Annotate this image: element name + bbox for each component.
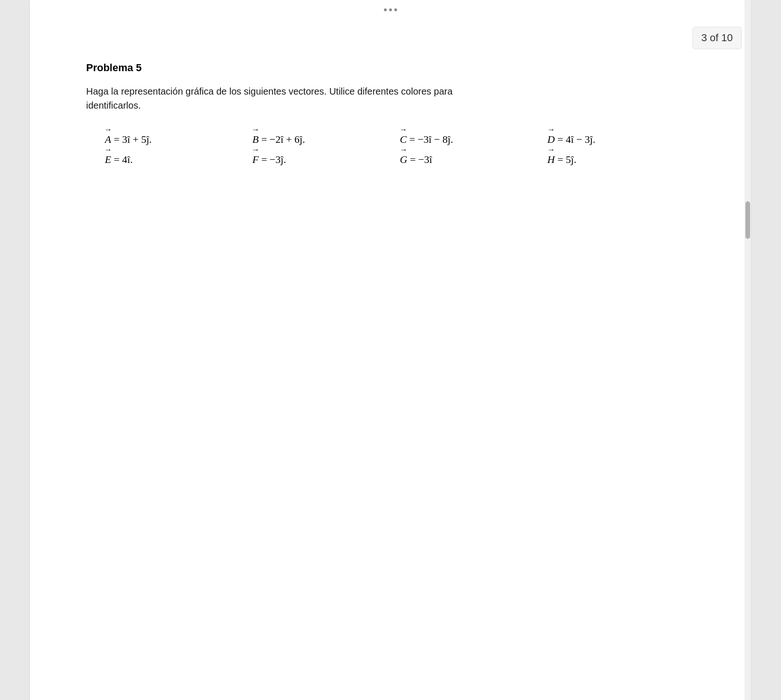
vector-b-value: = −2î + 6ĵ. <box>261 133 305 145</box>
document-page: 3 of 10 Problema 5 Haga la representació… <box>30 0 751 700</box>
vector-a-value: = 3î + 5ĵ. <box>114 133 152 145</box>
dot-2 <box>389 8 392 11</box>
vector-d-value: = 4î − 3ĵ. <box>557 133 595 145</box>
vector-b-row: B = −2î + 6ĵ. <box>252 131 305 147</box>
vectors-grid: A = 3î + 5ĵ. E = 4î. <box>105 131 695 168</box>
vector-f-value: = −3ĵ. <box>261 154 286 165</box>
scrollbar-track[interactable] <box>744 0 751 700</box>
page-indicator: 3 of 10 <box>693 27 742 49</box>
vector-g-row: G = −3î <box>400 151 432 168</box>
top-dots-menu[interactable] <box>30 0 751 15</box>
dot-1 <box>384 8 387 11</box>
vector-g-symbol: G <box>400 151 407 168</box>
vector-a-row: A = 3î + 5ĵ. <box>105 131 152 147</box>
vector-column-3: C = −3î − 8ĵ. G = −3î <box>400 131 547 168</box>
content-area: Problema 5 Haga la representación gráfic… <box>30 15 751 196</box>
scrollbar-thumb[interactable] <box>745 201 750 239</box>
vector-e-value: = 4î. <box>114 154 133 165</box>
vector-column-1: A = 3î + 5ĵ. E = 4î. <box>105 131 252 168</box>
vector-f-row: F = −3ĵ. <box>252 151 286 168</box>
vector-h-value: = 5ĵ. <box>557 154 576 165</box>
vector-column-2: B = −2î + 6ĵ. F = −3ĵ. <box>252 131 400 168</box>
vector-h-row: H = 5ĵ. <box>547 151 576 168</box>
vector-f-symbol: F <box>252 151 258 168</box>
vector-e-row: E = 4î. <box>105 151 133 168</box>
vector-g-value: = −3î <box>410 154 432 165</box>
vector-column-4: D = 4î − 3ĵ. H = 5ĵ. <box>547 131 695 168</box>
page-container: 3 of 10 Problema 5 Haga la representació… <box>0 0 781 700</box>
problem-title: Problema 5 <box>86 62 695 74</box>
dot-3 <box>394 8 397 11</box>
vector-h-symbol: H <box>547 151 555 168</box>
vector-c-value: = −3î − 8ĵ. <box>409 133 453 145</box>
problem-description: Haga la representación gráfica de los si… <box>86 84 695 112</box>
vector-c-row: C = −3î − 8ĵ. <box>400 131 453 147</box>
vector-e-symbol: E <box>105 151 111 168</box>
